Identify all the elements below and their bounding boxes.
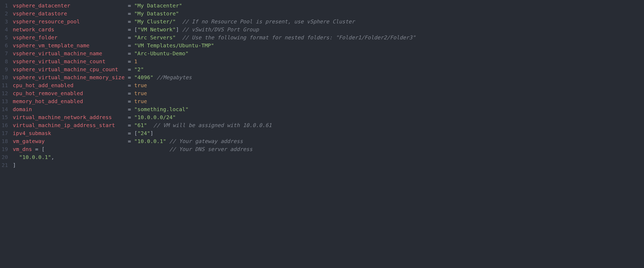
line-number: 2 [0, 10, 13, 18]
code-line[interactable]: 9vsphere_virtual_machine_cpu_count = "2" [0, 65, 644, 73]
equals-operator: = [35, 146, 41, 152]
variable-name: cpu_hot_remove_enabled [13, 90, 83, 97]
comment: // vSwith/DVS Port Group [182, 26, 259, 33]
boolean-literal: true [134, 90, 147, 97]
equals-operator: = [128, 106, 134, 112]
variable-name: vsphere_vm_template_name [13, 42, 89, 49]
code-content[interactable]: domain = "something.local" [13, 105, 644, 113]
equals-operator: = [128, 42, 134, 49]
code-line[interactable]: 13memory_hot_add_enabled = true [0, 97, 644, 105]
code-line[interactable]: 12cpu_hot_remove_enabled = true [0, 89, 644, 97]
code-content[interactable]: vsphere_virtual_machine_name = "Arc-Ubun… [13, 49, 644, 57]
line-number: 14 [0, 105, 13, 113]
equals-operator: = [128, 74, 134, 81]
code-line[interactable]: 20 "10.0.0.1", [0, 153, 644, 161]
line-number: 7 [0, 49, 13, 57]
code-content[interactable]: vm_gateway = "10.0.0.1" // Your gateway … [13, 137, 644, 145]
line-number: 8 [0, 57, 13, 65]
code-line[interactable]: 18vm_gateway = "10.0.0.1" // Your gatewa… [0, 137, 644, 145]
line-number: 9 [0, 65, 13, 73]
variable-name: vsphere_virtual_machine_name [13, 50, 102, 57]
comment: //Megabytes [157, 74, 192, 81]
code-line[interactable]: 21] [0, 161, 644, 169]
code-line[interactable]: 3vsphere_resource_pool = "My Cluster/" /… [0, 18, 644, 26]
variable-name: vm_gateway [13, 138, 45, 144]
equals-operator: = [128, 82, 134, 89]
equals-operator: = [128, 58, 134, 65]
equals-operator: = [128, 90, 134, 97]
code-line[interactable]: 5vsphere_folder = "Arc Servers" // Use t… [0, 34, 644, 41]
code-content[interactable]: memory_hot_add_enabled = true [13, 97, 644, 105]
code-line[interactable]: 10vsphere_virtual_machine_memory_size = … [0, 73, 644, 81]
line-number: 11 [0, 81, 13, 89]
code-content[interactable]: network_cards = ["VM Network"] // vSwith… [13, 26, 644, 34]
equals-operator: = [128, 2, 134, 9]
code-content[interactable]: cpu_hot_add_enabled = true [13, 81, 644, 89]
code-content[interactable]: vsphere_datacenter = "My Datacenter" [13, 2, 644, 10]
equals-operator: = [128, 10, 134, 17]
equals-operator: = [128, 122, 134, 128]
equals-operator: = [128, 114, 134, 120]
code-content[interactable]: ipv4_submask = ["24"] [13, 129, 644, 137]
code-line[interactable]: 2vsphere_datastore = "My Datastore" [0, 10, 644, 18]
code-line[interactable]: 11cpu_hot_add_enabled = true [0, 81, 644, 89]
punctuation: [ [134, 26, 138, 33]
variable-name: ipv4_submask [13, 130, 51, 136]
equals-operator: = [128, 66, 134, 73]
code-editor[interactable]: 1vsphere_datacenter = "My Datacenter"2vs… [0, 2, 644, 169]
code-line[interactable]: 19vm_dns = [ // Your DNS server address [0, 145, 644, 153]
string-literal: "24" [138, 130, 150, 136]
code-content[interactable]: vsphere_resource_pool = "My Cluster/" //… [13, 18, 644, 26]
equals-operator: = [128, 138, 134, 144]
code-line[interactable]: 4network_cards = ["VM Network"] // vSwit… [0, 26, 644, 34]
line-number: 5 [0, 34, 13, 41]
code-content[interactable]: vsphere_folder = "Arc Servers" // Use th… [13, 34, 644, 41]
line-number: 1 [0, 2, 13, 10]
code-line[interactable]: 6vsphere_vm_template_name = "VM Template… [0, 41, 644, 49]
equals-operator: = [128, 34, 134, 41]
code-content[interactable]: ] [13, 161, 644, 169]
equals-operator: = [128, 26, 134, 33]
comment: // VM will be assigned with 10.0.0.61 [153, 122, 272, 128]
code-content[interactable]: vsphere_virtual_machine_memory_size = "4… [13, 73, 644, 81]
code-content[interactable]: vsphere_virtual_machine_cpu_count = "2" [13, 65, 644, 73]
code-line[interactable]: 16virtual_machine_ip_address_start = "61… [0, 121, 644, 129]
code-content[interactable]: virtual_machine_ip_address_start = "61" … [13, 121, 644, 129]
boolean-literal: true [134, 82, 147, 89]
code-line[interactable]: 14domain = "something.local" [0, 105, 644, 113]
code-content[interactable]: vsphere_virtual_machine_count = 1 [13, 57, 644, 65]
line-number: 13 [0, 97, 13, 105]
variable-name: domain [13, 106, 32, 112]
punctuation: [ [134, 130, 138, 136]
string-literal: "10.0.0.0/24" [134, 114, 176, 120]
variable-name: memory_hot_add_enabled [13, 98, 83, 104]
line-number: 18 [0, 137, 13, 145]
equals-operator: = [128, 130, 134, 136]
code-line[interactable]: 17ipv4_submask = ["24"] [0, 129, 644, 137]
code-content[interactable]: cpu_hot_remove_enabled = true [13, 89, 644, 97]
string-literal: "something.local" [134, 106, 189, 112]
code-content[interactable]: "10.0.0.1", [13, 153, 644, 161]
line-number: 20 [0, 153, 13, 161]
code-content[interactable]: vsphere_datastore = "My Datastore" [13, 10, 644, 18]
equals-operator: = [128, 18, 134, 25]
string-literal: "My Cluster/" [134, 18, 176, 25]
string-literal: "4096" [134, 74, 153, 81]
comment: // Your DNS server address [169, 146, 252, 152]
punctuation: ] [176, 26, 179, 33]
variable-name: vsphere_datastore [13, 10, 67, 17]
code-content[interactable]: vm_dns = [ // Your DNS server address [13, 145, 644, 153]
equals-operator: = [128, 50, 134, 57]
code-line[interactable]: 1vsphere_datacenter = "My Datacenter" [0, 2, 644, 10]
code-line[interactable]: 8vsphere_virtual_machine_count = 1 [0, 57, 644, 65]
variable-name: network_cards [13, 26, 54, 33]
comment: // Use the following format for nested f… [182, 34, 415, 41]
code-line[interactable]: 15virtual_machine_network_address = "10.… [0, 113, 644, 121]
number-literal: 1 [134, 58, 138, 65]
code-content[interactable]: virtual_machine_network_address = "10.0.… [13, 113, 644, 121]
code-line[interactable]: 7vsphere_virtual_machine_name = "Arc-Ubu… [0, 49, 644, 57]
line-number: 16 [0, 121, 13, 129]
code-content[interactable]: vsphere_vm_template_name = "VM Templates… [13, 41, 644, 49]
equals-operator: = [128, 98, 134, 104]
string-literal: "Arc Servers" [134, 34, 176, 41]
